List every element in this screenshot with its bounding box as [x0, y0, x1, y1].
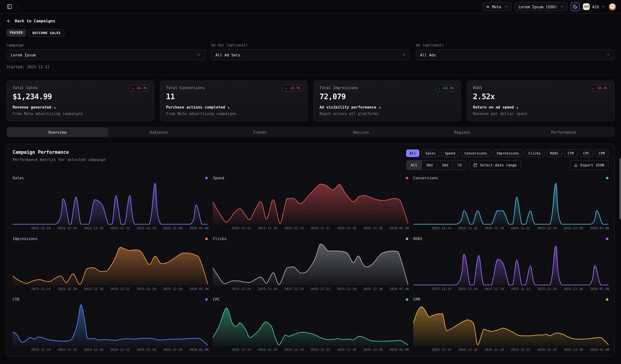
x-axis-label: 2025-12-16 [458, 348, 477, 351]
x-axis-label: 2025-12-30 [163, 226, 182, 230]
range-all[interactable]: All [406, 161, 422, 170]
x-axis-label: 2026-01-06 [390, 287, 409, 291]
chart-area-cpm [413, 304, 608, 346]
stat-cards: Total Sales ↘-64.3% $1,234.99 Revenue ge… [6, 81, 615, 121]
back-to-campaigns-link[interactable]: Back to Campaigns [6, 19, 55, 23]
date-range-button[interactable]: Select date range [469, 160, 521, 170]
x-axis-label: 2026-01-06 [190, 348, 209, 351]
ad-set-optional-select[interactable]: All Ad Sets [211, 50, 410, 60]
chart-area-cpc [213, 304, 408, 346]
app-root: ∞ Meta Lorem Ipsum (USD) AIX AIX Back to… [0, 0, 621, 364]
tab-audience[interactable]: Audience [108, 128, 209, 137]
x-axis-label: 2025-12-18 [284, 226, 304, 230]
chevron-down-icon [197, 53, 201, 57]
scrollbar-thumb[interactable] [620, 158, 621, 219]
series-dot-icon [406, 177, 408, 179]
x-axis-label: 2025-12-30 [163, 348, 182, 351]
chart-cell-roas: ROAS 2025-12-142025-12-162025 [413, 236, 608, 291]
metric-chip-conversions[interactable]: Conversions [461, 150, 491, 157]
workspace-menu[interactable]: AIX AIX [583, 3, 605, 10]
x-axis-label: 2025-12-14 [432, 287, 451, 291]
metric-chip-cpc[interactable]: CPC [580, 150, 593, 157]
chart-title: CPC [213, 297, 220, 301]
x-axis-label: 2025-12-22 [110, 226, 130, 230]
stat-value: $1,234.99 [13, 92, 148, 101]
stat-card-total-sales: Total Sales ↘-64.3% $1,234.99 Revenue ge… [6, 81, 154, 121]
x-axis-label: 2025-12-26 [537, 287, 556, 291]
metric-chip-ctr[interactable]: CTR [564, 150, 577, 157]
metric-chip-spend[interactable]: Spend [441, 150, 459, 157]
campaign-select[interactable]: Lorem Ipsum [6, 50, 205, 60]
chart-cell-spend: Spend 2025-12-142025-12-16202 [213, 176, 408, 231]
account-select-value: Lorem Ipsum (USD) [518, 4, 557, 9]
metric-chip-clicks[interactable]: Clicks [525, 150, 544, 157]
x-axis-label: 2025-12-18 [284, 348, 304, 351]
x-axis-label: 2025-12-30 [163, 287, 182, 291]
metric-chip-cpm[interactable]: CPM [595, 150, 608, 157]
x-axis-label: 2026-01-06 [190, 287, 209, 291]
tab-performance[interactable]: Performance [513, 128, 614, 137]
chevron-down-icon [504, 5, 508, 9]
series-dot-icon [205, 177, 208, 179]
x-axis-label: 2025-12-22 [110, 348, 130, 351]
platform-select[interactable]: ∞ Meta [483, 2, 512, 11]
range-7d[interactable]: 7d [453, 161, 466, 170]
user-avatar[interactable] [609, 3, 616, 10]
download-icon [574, 163, 578, 167]
x-axis-label: 2025-12-14 [231, 348, 251, 351]
x-axis-label: 2026-01-06 [590, 226, 609, 230]
back-link-label: Back to Campaigns [15, 19, 55, 23]
export-json-button[interactable]: Export JSON [569, 160, 608, 170]
chart-cell-clicks: Clicks 2025-12-142025-12-1620 [213, 236, 408, 291]
chart-area-impressions [13, 243, 208, 285]
chart-area-clicks [213, 243, 408, 285]
x-axis: 2025-12-142025-12-162025-12-182025-12-22… [13, 226, 208, 231]
tab-trends[interactable]: Trends [210, 128, 310, 137]
stat-card-total-impressions: Total Impressions ↗+62.6% 72,079 Ad visi… [313, 81, 461, 121]
panel-left-icon [7, 4, 12, 9]
header-divider [18, 4, 18, 9]
chart-title: CTR [13, 297, 19, 301]
x-axis: 2025-12-142025-12-162025-12-182025-12-22… [213, 348, 408, 352]
filter-label: Ad Set (optional) [211, 43, 410, 47]
range-90d[interactable]: 90d [422, 161, 437, 170]
x-axis-label: 2025-12-22 [310, 226, 330, 230]
workspace-badge: AIX [583, 3, 590, 10]
change-badge: ↘-64.3% [129, 85, 150, 91]
sidebar-toggle-button[interactable] [5, 2, 14, 11]
export-json-label: Export JSON [580, 163, 604, 167]
x-axis: 2025-12-142025-12-162025-12-182025-12-22… [13, 348, 208, 352]
top-bar: ∞ Meta Lorem Ipsum (USD) AIX AIX [0, 0, 621, 14]
change-badge: ↗+62.6% [436, 85, 456, 91]
stat-title: Total Sales [13, 86, 148, 90]
account-select[interactable]: Lorem Ipsum (USD) [515, 2, 568, 11]
stat-title: ROAS [473, 86, 608, 90]
theme-toggle-button[interactable] [571, 2, 580, 11]
metric-chip-roas[interactable]: ROAS [546, 150, 562, 157]
tab-regions[interactable]: Regions [412, 128, 513, 137]
tab-devices[interactable]: Devices [311, 128, 411, 137]
tab-overview[interactable]: Overview [7, 128, 108, 137]
chart-cell-sales: Sales 2025-12-142025-12-16202 [13, 176, 208, 231]
x-axis-label: 2025-12-16 [57, 348, 77, 351]
series-dot-icon [606, 237, 608, 240]
x-axis-label: 2025-12-26 [337, 226, 356, 230]
x-axis-label: 2025-12-30 [363, 348, 383, 351]
filter-ad-optional: Ad (optional) All Ads [416, 43, 615, 60]
chart-cell-cpm: CPM 2025-12-142025-12-162025- [413, 297, 608, 352]
x-axis-label: 2025-12-22 [110, 287, 130, 291]
filter-label: Campaign [6, 43, 205, 47]
campaign-performance-panel: Campaign Performance Performance metrics… [6, 144, 615, 357]
metric-chip-all[interactable]: All [406, 150, 419, 157]
metric-chip-sales[interactable]: Sales [422, 150, 439, 157]
ad-optional-select[interactable]: All Ads [416, 50, 615, 60]
x-axis-label: 2025-12-26 [537, 348, 556, 351]
stat-subtitle: Ad visibility performance ↗ [319, 105, 455, 109]
metric-chip-impressions[interactable]: Impressions [493, 150, 523, 157]
charts-grid: Sales 2025-12-142025-12-16202 [13, 176, 608, 352]
panel-subtitle: Performance metrics for selected campaig… [13, 157, 106, 162]
x-axis-label: 2025-12-18 [84, 287, 103, 291]
range-30d[interactable]: 30d [437, 161, 453, 170]
chart-area-sales [13, 182, 208, 225]
stat-value: 72,079 [319, 92, 455, 101]
